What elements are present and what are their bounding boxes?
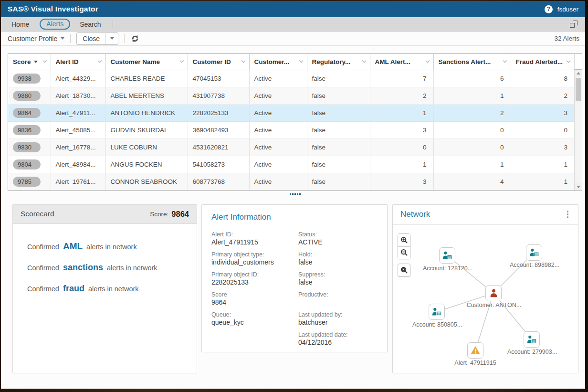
network-node-customer[interactable] — [485, 285, 502, 301]
alert-information-title: Alert Information — [211, 212, 378, 222]
close-split-button: Close — [76, 32, 118, 45]
customer-icon — [489, 289, 498, 297]
network-node-account[interactable] — [439, 247, 455, 264]
scorecard-line: Confirmed sanctions alerts in network — [27, 262, 192, 273]
detail-panels: Scorecard Score: 9864 Confirmed AML aler… — [12, 204, 585, 373]
node-label: Account: 279903... — [507, 349, 557, 355]
alert-icon — [470, 346, 481, 355]
account-icon — [529, 248, 539, 257]
node-label: Customer: ANTON... — [467, 302, 521, 308]
toolbar-divider — [70, 34, 71, 43]
score-badge: 9804 — [13, 159, 41, 170]
column-header-customer-id[interactable]: Customer ID — [188, 54, 249, 70]
account-icon — [527, 335, 537, 344]
close-button[interactable]: Close — [77, 33, 105, 44]
column-header-alert-id[interactable]: Alert ID — [51, 54, 105, 70]
field-primary-object-id: Primary object ID:2282025133 — [211, 271, 290, 286]
zoom-in-icon — [400, 236, 408, 244]
close-dropdown-button[interactable] — [105, 33, 118, 44]
score-label: Score: — [150, 211, 168, 218]
kebab-menu-icon[interactable] — [565, 209, 571, 220]
refresh-icon — [131, 34, 139, 43]
alerts-count: 32 Alerts — [554, 35, 579, 42]
scorecard-line: Confirmed fraud alerts in network — [27, 283, 192, 294]
scorecard-body: Confirmed AML alerts in network Confirme… — [13, 224, 197, 294]
score-badge: 9785 — [13, 177, 41, 187]
alert-info-left-column: Alert ID:Alert_47911915 Primary object t… — [211, 231, 290, 351]
table-scrollbar-column — [574, 54, 582, 191]
scrollbar-thumb[interactable] — [576, 78, 581, 101]
account-icon — [432, 307, 442, 316]
table-row[interactable]: 9880 Alert_18730...ABEL MEERTENS 4319077… — [8, 87, 574, 104]
rule-link-aml[interactable]: AML — [61, 241, 84, 251]
zoom-in-button[interactable] — [398, 234, 410, 246]
alert-information-panel: Alert Information Alert ID:Alert_4791191… — [201, 204, 388, 352]
table-row[interactable]: 9938 Alert_44329...CHARLES READE 4704515… — [8, 70, 574, 87]
table-row[interactable]: 9785 Alert_19761...CONNOR SEABROOK 60877… — [8, 173, 574, 190]
network-node-account[interactable] — [429, 304, 445, 320]
score-badge: 9864 — [13, 108, 41, 118]
field-hold: Hold:false — [298, 251, 378, 266]
network-panel: Network — [392, 204, 578, 373]
app-title: SAS® Visual Investigator — [8, 5, 98, 13]
account-icon — [442, 251, 452, 260]
help-icon[interactable]: ? — [545, 5, 553, 13]
score-value: 9864 — [171, 210, 189, 219]
customer-profile-dropdown[interactable]: Customer Profile — [8, 35, 64, 42]
alert-info-right-column: Status:ACTIVE Hold:false Suppress:false … — [298, 231, 378, 351]
network-node-account[interactable] — [524, 331, 540, 348]
column-header-score[interactable]: Score — [8, 54, 51, 70]
nav-divider — [113, 20, 113, 28]
table-row-selected[interactable]: 9864 Alert_47911...ANTONIO HENDRICK 2282… — [8, 104, 574, 121]
customer-profile-label: Customer Profile — [8, 35, 57, 42]
panel-resize-handle[interactable] — [8, 193, 582, 195]
title-bar: SAS® Visual Investigator ? fsduser — [1, 1, 585, 17]
sort-desc-icon — [34, 61, 38, 63]
node-label: Account: 898982... — [510, 262, 559, 268]
field-productive: Productive: — [298, 291, 378, 307]
zoom-fit-icon — [400, 266, 408, 274]
username[interactable]: fsduser — [557, 6, 578, 13]
tab-search[interactable]: Search — [80, 21, 101, 28]
zoom-fit-button[interactable] — [398, 264, 410, 277]
scroll-down-button[interactable] — [575, 183, 582, 191]
column-header-regulatory[interactable]: Regulatory... — [307, 54, 370, 70]
scorecard-title: Scorecard — [21, 210, 54, 218]
field-alert-id: Alert ID:Alert_47911915 — [211, 231, 290, 246]
zoom-out-icon — [400, 249, 408, 256]
network-node-alert[interactable] — [467, 342, 483, 359]
app-window: SAS® Visual Investigator ? fsduser Home … — [1, 1, 585, 389]
column-header-customer-status[interactable]: Customer... — [249, 54, 307, 70]
vertical-scrollbar[interactable] — [575, 70, 582, 191]
chevron-down-icon — [61, 37, 64, 40]
content-area: Score Alert ID Customer Name Customer ID… — [1, 46, 585, 389]
zoom-out-button[interactable] — [398, 246, 410, 259]
column-header-fraud-alerted[interactable]: Fraud Alerted... — [511, 54, 574, 70]
score-badge: 9836 — [13, 125, 41, 135]
rule-link-fraud[interactable]: fraud — [61, 284, 86, 293]
chevron-down-icon — [110, 37, 114, 40]
field-primary-object-type: Primary object type:individual_customers — [211, 251, 290, 266]
tab-home[interactable]: Home — [11, 21, 29, 28]
scorecard-header: Scorecard Score: 9864 — [13, 205, 197, 224]
window-restore-icon[interactable] — [570, 21, 578, 28]
column-header-aml-alert[interactable]: AML Alert... — [370, 54, 433, 70]
tab-alerts[interactable]: Alerts — [40, 19, 70, 30]
network-node-account[interactable] — [526, 244, 542, 261]
refresh-button[interactable] — [130, 34, 140, 43]
network-graph[interactable]: Account: 128120... Account: 898982... — [393, 225, 578, 373]
rule-link-sanctions[interactable]: sanctions — [61, 263, 105, 272]
table-row[interactable]: 9836 Alert_45085...GUDVIN SKURDAL 369048… — [8, 121, 574, 138]
scorecard-line: Confirmed AML alerts in network — [27, 241, 192, 252]
scorecard-panel: Scorecard Score: 9864 Confirmed AML aler… — [12, 204, 197, 373]
network-header: Network — [393, 205, 578, 225]
node-label: Account: 850805... — [412, 321, 462, 328]
table-row[interactable]: 9804 Alert_48984...ANGUS FOCKEN 54105827… — [8, 156, 574, 173]
table-row[interactable]: 9830 Alert_16778...LUKE COBURN 453162082… — [8, 138, 574, 156]
scroll-up-button[interactable] — [575, 70, 582, 77]
column-header-sanctions-alert[interactable]: Sanctions Alert... — [433, 54, 511, 70]
field-score: Score9864 — [211, 291, 290, 307]
node-label: Alert_47911915 — [454, 360, 496, 366]
column-header-customer-name[interactable]: Customer Name — [105, 54, 188, 70]
score-badge: 9938 — [13, 74, 41, 84]
